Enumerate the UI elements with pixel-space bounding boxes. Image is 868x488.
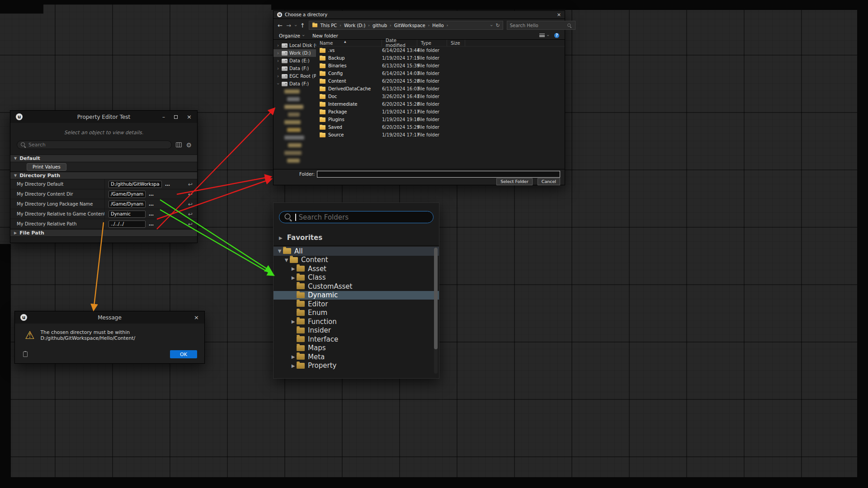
tree-item-dynamic[interactable]: Dynamic xyxy=(274,291,439,300)
tree-item-function[interactable]: ▶ Function xyxy=(274,317,439,326)
display-options-icon[interactable] xyxy=(176,142,182,147)
breadcrumb-segment[interactable]: github xyxy=(372,23,388,28)
browse-ellipsis-button[interactable]: … xyxy=(149,221,154,226)
scrollbar-track[interactable] xyxy=(434,248,438,374)
property-editor-titlebar[interactable]: u Property Editor Test – × xyxy=(10,111,197,123)
file-row[interactable]: .vs 6/14/2024 13:44 File folder xyxy=(316,47,565,54)
reset-to-default-button[interactable]: ↩ xyxy=(188,182,193,187)
column-header-date-modified[interactable]: Date modified xyxy=(382,40,417,46)
tree-item-content[interactable]: ▼ Content xyxy=(274,256,439,265)
explorer-search-input[interactable] xyxy=(510,23,566,28)
breadcrumb-segment[interactable]: GitWorkspace xyxy=(393,23,426,28)
column-splitter[interactable] xyxy=(104,199,105,209)
file-row[interactable]: DerivedDataCache 6/13/2024 16:03 File fo… xyxy=(316,85,565,93)
forward-icon[interactable]: → xyxy=(286,23,291,28)
section-header-file-path[interactable]: ▶ File Path xyxy=(10,229,197,237)
back-icon[interactable]: ← xyxy=(278,23,283,28)
file-row[interactable]: Source 1/19/2024 17:17 File folder xyxy=(316,131,565,139)
select-folder-button[interactable]: Select Folder xyxy=(496,178,533,185)
file-row[interactable]: Backup 1/19/2024 17:15 File folder xyxy=(316,54,565,62)
tree-item-meta[interactable]: ▶ Meta xyxy=(274,352,439,361)
favorites-section-header[interactable]: ▶ Favorites xyxy=(279,234,322,242)
expand-chevron-icon[interactable]: › xyxy=(276,43,280,48)
browse-ellipsis-button[interactable]: … xyxy=(149,211,154,216)
cancel-button[interactable]: Cancel xyxy=(538,178,560,185)
section-header-default[interactable]: ▼ Default xyxy=(10,155,197,162)
breadcrumb-segment[interactable]: This PC xyxy=(320,23,338,28)
column-header-type[interactable]: Type xyxy=(417,40,447,46)
browse-ellipsis-button[interactable]: … xyxy=(149,192,154,197)
file-row[interactable]: Intermediate 6/20/2024 15:28 File folder xyxy=(316,100,565,108)
tree-item-egc-root-p[interactable]: › EGC Root (P:) xyxy=(274,72,316,80)
file-row[interactable]: Package 1/19/2024 17:17 File folder xyxy=(316,108,565,116)
long-package-name-input[interactable] xyxy=(108,201,146,208)
collapsed-triangle-icon[interactable]: ▶ xyxy=(290,266,297,271)
details-search-input[interactable] xyxy=(28,142,168,148)
reset-to-default-button[interactable]: ↩ xyxy=(188,202,193,207)
tree-item-all[interactable]: ▼ All xyxy=(274,247,439,256)
collapsed-triangle-icon[interactable]: ▶ xyxy=(290,354,297,359)
section-header-directory-path[interactable]: ▼ Directory Path xyxy=(10,172,197,179)
address-dropdown-icon[interactable]: › xyxy=(489,24,494,26)
collapse-chevron-icon[interactable]: › xyxy=(276,82,281,86)
tree-item-enum[interactable]: Enum xyxy=(274,309,439,318)
up-icon[interactable]: ↑ xyxy=(300,23,305,28)
close-button[interactable]: × xyxy=(187,113,192,120)
refresh-icon[interactable]: ↻ xyxy=(496,23,500,28)
column-header-size[interactable]: Size xyxy=(447,40,465,46)
tree-item-editor[interactable]: Editor xyxy=(274,300,439,309)
minimize-button[interactable]: – xyxy=(162,114,165,120)
column-splitter[interactable] xyxy=(104,219,105,229)
collapsed-triangle-icon[interactable]: ▶ xyxy=(290,363,297,368)
breadcrumb-segment[interactable]: Hello xyxy=(431,23,444,28)
reset-to-default-button[interactable]: ↩ xyxy=(188,211,193,217)
collapsed-triangle-icon[interactable]: ▶ xyxy=(290,275,297,280)
relative-to-game-content-input[interactable] xyxy=(108,211,146,218)
tree-item-data-e[interactable]: › Data (E:) xyxy=(274,57,316,65)
close-button[interactable]: × xyxy=(557,12,561,18)
expanded-triangle-icon[interactable]: ▼ xyxy=(283,258,290,263)
file-row[interactable]: Config 6/14/2024 14:03 File folder xyxy=(316,70,565,77)
message-titlebar[interactable]: u Message × xyxy=(15,311,204,324)
expand-chevron-icon[interactable]: › xyxy=(276,58,280,63)
reset-to-default-button[interactable]: ↩ xyxy=(188,192,193,197)
browse-ellipsis-button[interactable]: … xyxy=(149,202,154,206)
recent-locations-icon[interactable]: › xyxy=(293,24,298,26)
settings-gear-icon[interactable]: ⚙ xyxy=(186,142,192,148)
column-splitter[interactable] xyxy=(104,189,105,199)
new-folder-button[interactable]: New folder xyxy=(312,33,338,38)
close-button[interactable]: × xyxy=(194,314,199,321)
folder-search-input[interactable] xyxy=(299,213,429,221)
tree-item-local-disk-c[interactable]: › Local Disk (C:) xyxy=(274,42,316,49)
maximize-button[interactable] xyxy=(174,115,178,119)
details-search-box[interactable] xyxy=(17,141,172,149)
file-row[interactable]: Content 6/20/2024 15:28 File folder xyxy=(316,77,565,85)
reset-to-default-button[interactable]: ↩ xyxy=(188,221,193,227)
explorer-search-box[interactable] xyxy=(507,21,576,30)
address-bar[interactable]: This PC › Work (D:) › github › GitWorksp… xyxy=(309,21,503,30)
content-dir-input[interactable] xyxy=(108,191,146,198)
file-row[interactable]: Doc 3/26/2024 16:41 File folder xyxy=(316,93,565,100)
tree-item-data-f-expanded[interactable]: › Data (F:) xyxy=(274,80,316,88)
expanded-triangle-icon[interactable]: ▼ xyxy=(276,249,283,253)
file-row[interactable]: Saved 6/20/2024 15:29 File folder xyxy=(316,123,565,131)
folder-search-box[interactable] xyxy=(279,211,434,223)
change-view-button[interactable]: › xyxy=(539,33,549,38)
tree-item-insider[interactable]: Insider xyxy=(274,326,439,335)
print-values-button[interactable]: Print Values xyxy=(27,163,66,171)
dialog-titlebar[interactable]: u Choose a directory × xyxy=(274,11,565,19)
relative-path-input[interactable] xyxy=(108,221,146,228)
tree-item-property[interactable]: ▶ Property xyxy=(274,361,439,371)
tree-item-work-d[interactable]: › Work (D:) xyxy=(274,49,316,57)
help-icon[interactable]: ? xyxy=(554,33,559,38)
tree-item-maps[interactable]: Maps xyxy=(274,344,439,353)
tree-item-class[interactable]: ▶ Class xyxy=(274,273,439,282)
file-row[interactable]: Plugins 1/19/2024 19:10 File folder xyxy=(316,116,565,123)
browse-ellipsis-button[interactable]: … xyxy=(165,182,170,187)
breadcrumb-segment[interactable]: Work (D:) xyxy=(343,23,366,28)
expand-chevron-icon[interactable]: › xyxy=(276,66,280,71)
directory-default-input[interactable] xyxy=(108,181,162,188)
column-splitter[interactable] xyxy=(104,179,105,189)
file-row[interactable]: Binaries 6/13/2024 15:39 File folder xyxy=(316,62,565,70)
copy-message-icon[interactable] xyxy=(23,352,28,357)
